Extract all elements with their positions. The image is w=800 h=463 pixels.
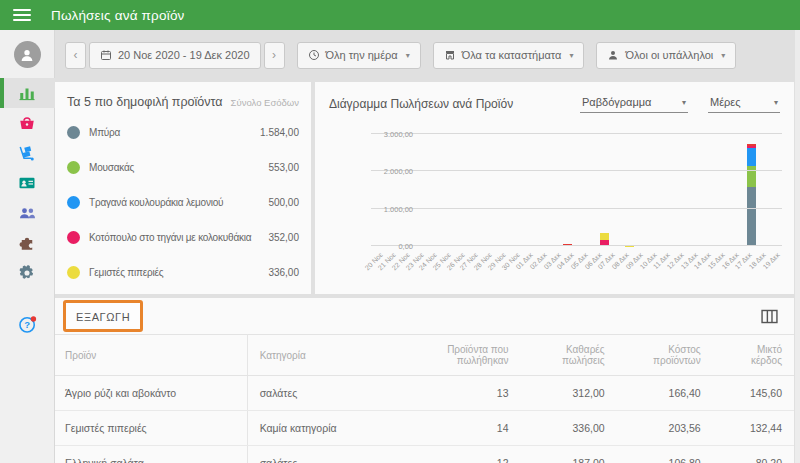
table-column-header: Μικτό κέρδος bbox=[713, 335, 794, 376]
table-cell: 166,40 bbox=[617, 376, 713, 411]
sales-table-card: ΕΞΑΓΩΓΗ ΠροϊόνΚατηγορίαΠροϊόντα που πωλή… bbox=[55, 298, 794, 463]
table-cell: 145,60 bbox=[713, 376, 794, 411]
chart-bar-column[interactable] bbox=[562, 134, 574, 246]
chart-bar-column[interactable] bbox=[635, 134, 647, 246]
table-cell: Καμία κατηγορία bbox=[247, 411, 395, 446]
y-axis-tick: 3.000,00 bbox=[384, 130, 413, 139]
chart-x-axis: 20 Νοε21 Νοε22 Νοε23 Νοε24 Νοε25 Νοε26 Ν… bbox=[371, 248, 782, 292]
table-cell: 203,56 bbox=[617, 411, 713, 446]
sidebar-item-items-basket[interactable] bbox=[0, 108, 55, 138]
sidebar-item-reports[interactable] bbox=[0, 78, 55, 108]
top-products-list: Μπύρα1.584,00Μουσακάς553,00Τραγανά κουλο… bbox=[55, 115, 311, 290]
chart-type-select[interactable]: Ραβδόγραμμα ▾ bbox=[580, 94, 688, 113]
time-filter-label: Όλη την ημέρα bbox=[326, 49, 398, 61]
scrollbar[interactable] bbox=[795, 30, 800, 463]
product-color-dot bbox=[67, 266, 80, 279]
table-cell: 80,20 bbox=[713, 446, 794, 463]
chart-bar-column[interactable] bbox=[770, 134, 782, 246]
stores-filter-button[interactable]: Όλα τα καταστήματα ▾ bbox=[433, 42, 585, 69]
product-name: Μουσακάς bbox=[89, 162, 259, 173]
chart-bar-column[interactable] bbox=[599, 134, 611, 246]
calendar-icon bbox=[100, 49, 112, 61]
sidebar-item-customers-card[interactable] bbox=[0, 168, 55, 198]
chart-bar-column[interactable] bbox=[439, 134, 451, 246]
sidebar-item-employees[interactable] bbox=[0, 198, 55, 228]
table-column-header: Προϊόντα που πωλήθηκαν bbox=[395, 335, 521, 376]
chart-bar-column[interactable] bbox=[464, 134, 476, 246]
clock-icon bbox=[308, 49, 320, 61]
table-column-header: Κατηγορία bbox=[247, 335, 395, 376]
menu-icon[interactable] bbox=[13, 9, 31, 21]
top-product-row: Κοτόπουλο στο τηγάνι με κολοκυθάκια352,0… bbox=[55, 220, 311, 255]
chart-type-value: Ραβδόγραμμα bbox=[582, 96, 651, 108]
top-product-row: Τραγανά κουλουράκια λεμονιού500,00 bbox=[55, 185, 311, 220]
filter-toolbar: ‹ 20 Νοε 2020 - 19 Δεκ 2020 › Όλη την ημ… bbox=[55, 30, 800, 80]
stores-filter-label: Όλα τα καταστήματα bbox=[462, 49, 562, 61]
table-cell: Ελληνική σαλάτα bbox=[55, 446, 247, 463]
product-name: Τραγανά κουλουράκια λεμονιού bbox=[89, 197, 259, 208]
product-color-dot bbox=[67, 126, 80, 139]
main-content: ‹ 20 Νοε 2020 - 19 Δεκ 2020 › Όλη την ημ… bbox=[55, 30, 800, 463]
chart-gridline bbox=[371, 245, 782, 246]
sidebar-item-help[interactable]: ? bbox=[0, 309, 55, 339]
items-basket-icon bbox=[18, 114, 36, 132]
chart-period-select[interactable]: Μέρες ▾ bbox=[708, 94, 780, 113]
chart-bar-column[interactable] bbox=[513, 134, 525, 246]
column-options-icon[interactable] bbox=[761, 309, 778, 324]
product-color-dot bbox=[67, 196, 80, 209]
chart-plot-area: 0,001.000,002.000,003.000,00 bbox=[371, 134, 782, 246]
sales-table: ΠροϊόνΚατηγορίαΠροϊόντα που πωλήθηκανΚαθ… bbox=[55, 334, 794, 463]
apps-puzzle-icon bbox=[18, 234, 36, 252]
next-period-button[interactable]: › bbox=[264, 42, 285, 69]
chart-bar-column[interactable] bbox=[623, 134, 635, 246]
time-filter-button[interactable]: Όλη την ημέρα ▾ bbox=[297, 42, 421, 69]
date-range-button[interactable]: 20 Νοε 2020 - 19 Δεκ 2020 bbox=[89, 42, 261, 69]
chart-bar-column[interactable] bbox=[696, 134, 708, 246]
product-revenue: 500,00 bbox=[268, 197, 299, 208]
table-cell: σαλάτες bbox=[247, 446, 395, 463]
table-cell: 336,00 bbox=[521, 411, 617, 446]
chart-bar-column[interactable] bbox=[476, 134, 488, 246]
bar-segment bbox=[747, 148, 756, 167]
chart-bar-column[interactable] bbox=[574, 134, 586, 246]
chart-bar-column[interactable] bbox=[733, 134, 745, 246]
chart-bar-column[interactable] bbox=[611, 134, 623, 246]
settings-gear-icon bbox=[18, 264, 36, 282]
chart-bar-column[interactable] bbox=[427, 134, 439, 246]
employees-filter-button[interactable]: Όλοι οι υπάλληλοι ▾ bbox=[596, 42, 736, 69]
table-row[interactable]: Άγριο ρύζι και αβοκάντοσαλάτες13312,0016… bbox=[55, 376, 794, 411]
avatar[interactable] bbox=[14, 41, 41, 68]
chart-bar-column[interactable] bbox=[745, 134, 757, 246]
chart-bar-column[interactable] bbox=[672, 134, 684, 246]
prev-period-button[interactable]: ‹ bbox=[65, 42, 86, 69]
table-cell: 14 bbox=[395, 411, 521, 446]
chart-bar-column[interactable] bbox=[415, 134, 427, 246]
chart-bar-column[interactable] bbox=[525, 134, 537, 246]
chart-bar-column[interactable] bbox=[488, 134, 500, 246]
chart-title: Διάγραμμα Πωλήσεων ανά Προϊόν bbox=[329, 97, 513, 111]
dashboard-cards: Τα 5 πιο δημοφιλή προϊόντα Σύνολο Εσόδων… bbox=[55, 82, 794, 294]
sidebar-item-settings-gear[interactable] bbox=[0, 258, 55, 288]
person-icon bbox=[607, 49, 619, 61]
chart-bar-column[interactable] bbox=[660, 134, 672, 246]
product-color-dot bbox=[67, 231, 80, 244]
chart-bar-column[interactable] bbox=[586, 134, 598, 246]
table-row[interactable]: Γεμιστές πιπεριέςΚαμία κατηγορία14336,00… bbox=[55, 411, 794, 446]
sidebar-item-inventory[interactable] bbox=[0, 138, 55, 168]
chart-bar-column[interactable] bbox=[501, 134, 513, 246]
top-product-row: Γεμιστές πιπεριές336,00 bbox=[55, 255, 311, 290]
chart-bar-column[interactable] bbox=[758, 134, 770, 246]
chart-bar-column[interactable] bbox=[721, 134, 733, 246]
chart-bar-column[interactable] bbox=[452, 134, 464, 246]
chart-bar-column[interactable] bbox=[684, 134, 696, 246]
chart-bar-column[interactable] bbox=[550, 134, 562, 246]
chart-bar-column[interactable] bbox=[709, 134, 721, 246]
chart-bar-column[interactable] bbox=[537, 134, 549, 246]
sidebar-item-apps-puzzle[interactable] bbox=[0, 228, 55, 258]
chevron-down-icon: ▾ bbox=[569, 51, 573, 60]
export-button[interactable]: ΕΞΑΓΩΓΗ bbox=[76, 311, 130, 323]
user-icon bbox=[19, 47, 35, 63]
reports-icon bbox=[18, 84, 36, 102]
table-row[interactable]: Ελληνική σαλάτασαλάτες12187,00106,8080,2… bbox=[55, 446, 794, 463]
chart-bar-column[interactable] bbox=[647, 134, 659, 246]
